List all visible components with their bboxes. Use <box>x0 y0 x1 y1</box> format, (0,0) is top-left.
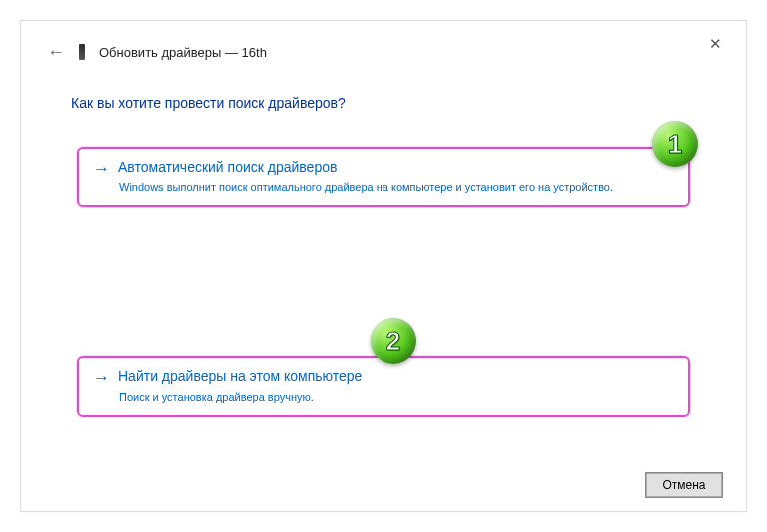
arrow-right-icon: → <box>93 159 110 179</box>
option-auto-desc: Windows выполнит поиск оптимального драй… <box>119 181 674 193</box>
cancel-button[interactable]: Отмена <box>646 473 722 497</box>
option-browse-desc: Поиск и установка драйвера вручную. <box>119 391 674 403</box>
close-icon[interactable]: ✕ <box>709 35 722 53</box>
back-arrow-icon[interactable]: ← <box>47 43 65 61</box>
option-browse-computer[interactable]: → Найти драйверы на этом компьютере Поис… <box>77 356 690 416</box>
device-icon <box>79 44 85 60</box>
arrow-right-icon: → <box>93 368 110 388</box>
option-browse-title: Найти драйверы на этом компьютере <box>118 368 362 384</box>
prompt-question: Как вы хотите провести поиск драйверов? <box>71 95 720 111</box>
option-auto-search[interactable]: → Автоматический поиск драйверов Windows… <box>77 147 690 207</box>
dialog-footer: Отмена <box>646 473 722 497</box>
annotation-badge-1: 1 <box>652 121 698 167</box>
dialog-header: ← Обновить драйверы — 16th <box>47 43 720 61</box>
option-auto-title: Автоматический поиск драйверов <box>118 159 337 175</box>
update-drivers-dialog: ✕ ← Обновить драйверы — 16th Как вы хоти… <box>20 20 747 512</box>
annotation-badge-2: 2 <box>371 318 416 364</box>
dialog-title: Обновить драйверы — 16th <box>99 45 267 60</box>
